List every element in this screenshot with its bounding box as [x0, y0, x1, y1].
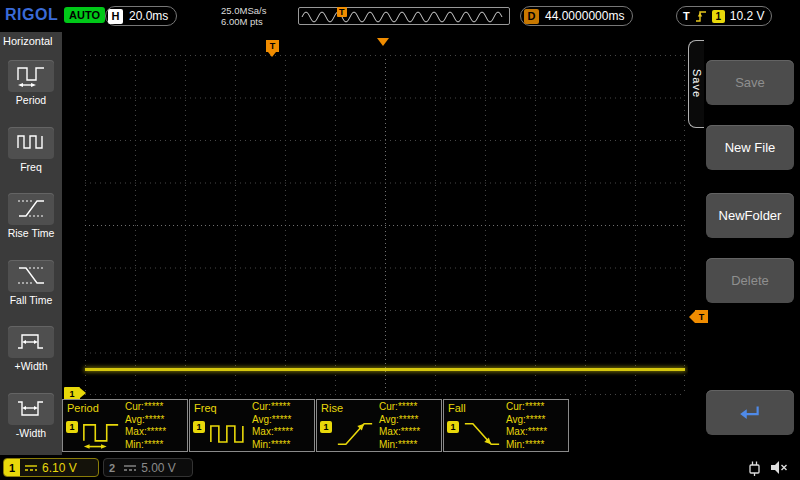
- stat-value: *****: [147, 426, 166, 437]
- measurement-stats: Cur:***** Avg:***** Max:***** Min:*****: [379, 401, 420, 451]
- delay-label: D: [524, 9, 539, 24]
- left-menu-title: Horizontal: [0, 32, 62, 48]
- stat-label: Avg:: [506, 414, 526, 425]
- trigger-source-badge: 1: [712, 10, 725, 23]
- menu-item-label: +Width: [15, 360, 48, 372]
- delete-button-label: Delete: [731, 273, 769, 288]
- channel-1-trace: [85, 368, 685, 371]
- measurement-name: Rise: [321, 402, 343, 414]
- timebase-value: 20.0ms: [129, 9, 168, 23]
- menu-item-label: Period: [16, 94, 46, 106]
- measurement-name: Freq: [194, 402, 217, 414]
- stat-label: Max:: [506, 426, 528, 437]
- memory-position-bar: T: [298, 7, 510, 25]
- trigger-label: T: [683, 10, 690, 22]
- dc-coupling-icon: [123, 462, 137, 474]
- channel-badge: 1: [66, 421, 78, 433]
- channel-2-badge: 2: [109, 462, 115, 474]
- measurement-stats: Cur:***** Avg:***** Max:***** Min:*****: [125, 401, 166, 451]
- stat-value: *****: [526, 414, 545, 425]
- channel-badge: 1: [320, 421, 332, 433]
- stat-value: *****: [399, 414, 418, 425]
- stat-value: *****: [144, 401, 163, 412]
- rigol-logo: RIGOL: [5, 6, 58, 24]
- trigger-level-marker[interactable]: T: [689, 310, 708, 323]
- stat-label: Cur:: [125, 401, 144, 412]
- freq-waveform-icon: [208, 418, 248, 450]
- minus-width-button[interactable]: [8, 393, 54, 425]
- measurement-box-rise[interactable]: Rise 1 Cur:***** Avg:***** Max:***** Min…: [316, 399, 442, 452]
- memory-trigger-marker[interactable]: T: [337, 7, 347, 17]
- minus-width-icon: [16, 396, 46, 422]
- rise-time-button[interactable]: [8, 193, 54, 225]
- measurement-box-period[interactable]: Period 1 Cur:***** Avg:***** Max:***** M…: [62, 399, 188, 452]
- menu-title-tab: Save: [688, 40, 704, 128]
- waveform-display: [62, 32, 688, 455]
- channel-1-status[interactable]: 1 6.10 V: [3, 458, 99, 477]
- freq-button[interactable]: [8, 127, 54, 159]
- left-menu-items: Period Freq Rise Time: [0, 48, 62, 455]
- fall-time-icon: [16, 263, 46, 289]
- rise-time-icon: [16, 196, 46, 222]
- status-bar: RIGOL AUTO H 20.0ms 25.0MSa/s 6.00M pts …: [0, 0, 800, 32]
- stat-value: *****: [528, 426, 547, 437]
- stat-value: *****: [401, 426, 420, 437]
- horizontal-timebase-group[interactable]: H 20.0ms: [105, 6, 177, 26]
- trigger-info-group[interactable]: T 1 10.2 V: [676, 6, 772, 26]
- run-status-badge[interactable]: AUTO: [64, 7, 105, 23]
- measurement-name: Fall: [448, 402, 466, 414]
- stat-value: *****: [274, 426, 293, 437]
- menu-item-minus-width[interactable]: -Width: [8, 393, 54, 439]
- stat-value: *****: [272, 414, 291, 425]
- stat-label: Cur:: [506, 401, 525, 412]
- stat-value: *****: [271, 401, 290, 412]
- stat-value: *****: [525, 439, 544, 450]
- menu-item-label: Freq: [20, 161, 42, 173]
- new-folder-button[interactable]: NewFolder: [706, 193, 794, 238]
- measurement-box-fall[interactable]: Fall 1 Cur:***** Avg:***** Max:***** Min…: [443, 399, 569, 452]
- new-file-button-label: New File: [725, 140, 776, 155]
- menu-title: Save: [691, 69, 703, 98]
- menu-item-fall-time[interactable]: Fall Time: [8, 260, 54, 306]
- save-button-label: Save: [735, 75, 765, 90]
- stat-value: *****: [398, 401, 417, 412]
- left-measure-menu: Horizontal Period: [0, 32, 62, 455]
- measurement-name: Period: [67, 402, 99, 414]
- delay-position-marker[interactable]: [377, 38, 389, 46]
- stat-label: Min:: [379, 439, 398, 450]
- stat-value: *****: [271, 439, 290, 450]
- usb-icon: [746, 459, 763, 476]
- memory-waveform-path: [302, 12, 502, 22]
- speaker-mute-icon[interactable]: [769, 459, 789, 476]
- menu-item-plus-width[interactable]: +Width: [8, 326, 54, 372]
- save-button[interactable]: Save: [706, 60, 794, 105]
- channel-1-scale: 6.10 V: [42, 461, 77, 475]
- confirm-return-button[interactable]: [706, 390, 794, 435]
- horizontal-delay-group[interactable]: D 44.0000000ms: [520, 6, 633, 26]
- stat-label: Max:: [125, 426, 147, 437]
- menu-item-label: Fall Time: [10, 294, 53, 306]
- channel-badge: 1: [193, 421, 205, 433]
- menu-item-freq[interactable]: Freq: [8, 127, 54, 173]
- acquisition-info: 25.0MSa/s 6.00M pts: [221, 5, 266, 27]
- period-button[interactable]: [8, 60, 54, 92]
- trigger-position-marker[interactable]: T: [266, 40, 279, 52]
- new-folder-button-label: NewFolder: [719, 208, 782, 223]
- stat-label: Avg:: [125, 414, 145, 425]
- menu-item-label: Rise Time: [8, 227, 55, 239]
- fall-time-button[interactable]: [8, 260, 54, 292]
- menu-item-rise-time[interactable]: Rise Time: [8, 193, 55, 239]
- plus-width-button[interactable]: [8, 326, 54, 358]
- trigger-slope-icon: [695, 9, 707, 23]
- new-file-button[interactable]: New File: [706, 125, 794, 170]
- menu-item-label: -Width: [16, 427, 46, 439]
- oscilloscope-screen: RIGOL AUTO H 20.0ms 25.0MSa/s 6.00M pts …: [0, 0, 800, 480]
- freq-waveform-icon: [16, 130, 46, 156]
- graticule-grid: [85, 55, 685, 395]
- delete-button[interactable]: Delete: [706, 258, 794, 303]
- period-waveform-icon: [16, 63, 46, 89]
- menu-item-period[interactable]: Period: [8, 60, 54, 106]
- channel-2-status[interactable]: 2 5.00 V: [103, 458, 193, 477]
- stat-value: *****: [398, 439, 417, 450]
- measurement-box-freq[interactable]: Freq 1 Cur:***** Avg:***** Max:***** Min…: [189, 399, 315, 452]
